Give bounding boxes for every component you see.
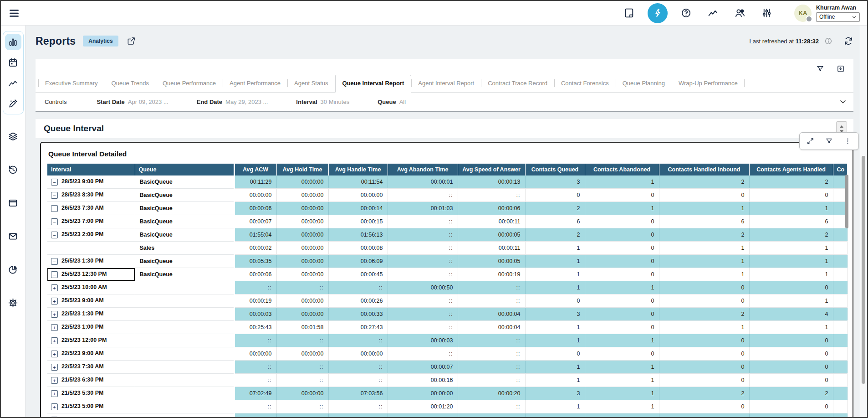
expand-row-icon[interactable]: + [51,311,58,318]
tab-agent-performance[interactable]: Agent Performance [223,75,287,92]
column-header-contacts-handled-inbound[interactable]: Contacts Handled Inbound [659,164,749,175]
expand-row-icon[interactable]: + [51,377,58,384]
interval-cell[interactable]: +22/5/23 7:30 AM [47,361,135,374]
interval-cell[interactable]: +21/5/23 5:00 PM [47,400,135,413]
tab-queue-performance[interactable]: Queue Performance [156,75,223,92]
tab-queue-planning[interactable]: Queue Planning [616,75,672,92]
interval-cell[interactable]: −28/5/23 9:00 PM [47,175,135,189]
sidebar-item-settings-gear[interactable] [5,294,21,311]
filter-icon[interactable] [814,63,826,74]
collapse-row-icon[interactable]: − [51,218,58,225]
collapse-row-icon[interactable]: − [51,271,58,278]
sidebar-item-browser-window[interactable] [5,195,21,211]
refresh-icon[interactable] [843,36,853,46]
column-header-avg-handle-time[interactable]: Avg Handle Time [328,164,388,175]
sidebar-item-calendar[interactable] [5,54,21,71]
table-row[interactable]: +22/5/23 1:00 PM00:25:4300:01:5800:27:43… [47,321,847,334]
page-scrollbar[interactable] [860,26,867,417]
table-row[interactable]: +21/5/23 6:30 PM::::::00:00:16::1100 [47,374,847,387]
tab-queue-interval-report[interactable]: Queue Interval Report [335,75,412,93]
interval-cell[interactable]: −25/5/23 7:00 PM [47,215,135,228]
interval-cell[interactable]: −28/5/23 8:30 PM [47,189,135,202]
table-row[interactable]: −25/5/23 12:30 PMBasicQueue00:00:0600:00… [47,268,847,281]
note-icon[interactable] [623,7,635,19]
sidebar-item-history[interactable] [5,161,21,178]
sliders-icon[interactable] [761,7,772,19]
table-row[interactable]: −28/5/23 8:30 PMBasicQueue00:00:0000:00:… [47,189,847,202]
expand-row-icon[interactable]: + [51,284,58,291]
interval-cell[interactable]: +22/5/23 9:00 AM [47,347,135,361]
tab-wrap-up-performance[interactable]: Wrap-Up Performance [672,75,745,92]
info-icon[interactable] [824,37,832,45]
column-header-contacts-agents-handled[interactable]: Contacts Agents Handled [749,164,833,175]
collapse-row-icon[interactable]: − [51,179,58,186]
interval-cell[interactable]: −26/5/23 7:30 AM [47,202,135,215]
table-row[interactable]: +21/5/23 9:30 AM00:00:2700:00:0000:01:25… [47,413,847,418]
interval-cell[interactable]: +25/5/23 10:00 AM [47,281,135,294]
sidebar-item-mail[interactable] [5,228,21,244]
lightning-bolt-icon[interactable] [648,3,668,23]
tab-queue-trends[interactable]: Queue Trends [105,75,156,92]
column-header-avg-acw[interactable]: Avg ACW [234,164,276,175]
interval-cell[interactable]: −25/5/23 1:30 PM [47,255,135,268]
page-scrollbar-thumb[interactable] [862,156,865,384]
tab-executive-summary[interactable]: Executive Summary [38,75,105,92]
expand-row-icon[interactable]: + [51,364,58,371]
table-row[interactable]: +25/5/23 10:00 AM::::::00:00:50::1100 [47,281,847,294]
interval-cell[interactable]: +22/5/23 1:30 PM [47,308,135,321]
hamburger-menu-icon[interactable] [8,7,20,19]
column-header-avg-hold-time[interactable]: Avg Hold Time [276,164,328,175]
collapse-row-icon[interactable]: − [51,205,58,212]
table-row[interactable]: −25/5/23 1:30 PMBasicQueue00:05:3500:00:… [47,255,847,268]
download-icon[interactable] [835,63,846,74]
sidebar-item-canvas-brush[interactable] [5,95,21,112]
collapse-row-icon[interactable]: − [51,258,58,265]
table-row[interactable]: −25/5/23 2:00 PMBasicQueue01:55:0400:00:… [47,228,847,242]
interval-cell[interactable]: +22/5/23 12:00 PM [47,334,135,347]
kebab-menu-icon[interactable] [842,135,853,147]
expand-row-icon[interactable]: + [51,298,58,304]
people-icon[interactable] [734,7,745,19]
table-row[interactable]: Sales00:00:0200:00:0000:00:08::00:00:111… [47,242,847,255]
interval-cell[interactable]: +21/5/23 9:30 AM [47,413,135,418]
column-header-co[interactable]: Co [833,164,847,175]
control-interval[interactable]: Interval30 Minutes [296,98,349,105]
table-row[interactable]: +25/5/23 9:00 AM00:00:1900:00:0000:00:26… [47,294,847,308]
expand-row-icon[interactable]: + [51,337,58,344]
interval-cell[interactable]: +22/5/23 1:00 PM [47,321,135,334]
external-link-icon[interactable] [127,36,136,46]
sidebar-item-pie-chart[interactable] [5,261,21,278]
help-icon[interactable] [680,7,692,19]
tab-agent-status[interactable]: Agent Status [287,75,335,92]
control-start-date[interactable]: Start DateApr 09, 2023 ... [97,98,168,105]
control-queue[interactable]: QueueAll [378,98,406,105]
tab-agent-interval-report[interactable]: Agent Interval Report [411,75,481,92]
table-row[interactable]: +22/5/23 12:00 PM::::::00:00:03::1100 [47,334,847,347]
status-dropdown[interactable]: Offline [816,12,860,22]
table-row[interactable]: +22/5/23 9:00 AM00:00:0000:00:0000:00:00… [47,347,847,361]
table-scrollbar-thumb[interactable] [845,175,848,228]
table-row[interactable]: −26/5/23 7:30 AMBasicQueue00:00:0600:00:… [47,202,847,215]
table-row[interactable]: −28/5/23 9:00 PMBasicQueue00:11:2900:00:… [47,175,847,189]
table-row[interactable]: +22/5/23 7:30 AM::::::00:00:07::1100 [47,361,847,374]
sidebar-item-trend-chart[interactable] [5,75,21,91]
column-header-avg-abandon-time[interactable]: Avg Abandon Time [388,164,458,175]
table-row[interactable]: +21/5/23 5:00 PM::::::00:01:20::1100 [47,400,847,413]
table-row[interactable]: −25/5/23 7:00 PMBasicQueue00:00:0700:00:… [47,215,847,228]
expand-row-icon[interactable]: + [51,324,58,331]
spinner-up-icon[interactable] [840,125,843,128]
table-row[interactable]: +21/5/23 5:30 PM07:02:4900:00:0007:03:56… [47,387,847,400]
table-row[interactable]: +22/5/23 1:30 PM00:00:0300:00:0000:00:33… [47,308,847,321]
sidebar-item-layers[interactable] [5,128,21,144]
tab-contract-trace-record[interactable]: Contract Trace Record [481,75,554,92]
tab-contact-forensics[interactable]: Contact Forensics [554,75,616,92]
collapse-row-icon[interactable]: − [51,192,58,199]
avatar[interactable]: KA [794,5,812,22]
interval-cell[interactable]: +21/5/23 6:30 PM [47,374,135,387]
interval-cell[interactable]: −25/5/23 12:30 PM [47,268,135,281]
line-chart-icon[interactable] [707,7,719,19]
chevron-down-icon[interactable] [839,98,847,106]
column-header-queue[interactable]: Queue [135,164,234,175]
expand-row-icon[interactable]: + [51,351,58,357]
column-header-contacts-queued[interactable]: Contacts Queued [525,164,585,175]
